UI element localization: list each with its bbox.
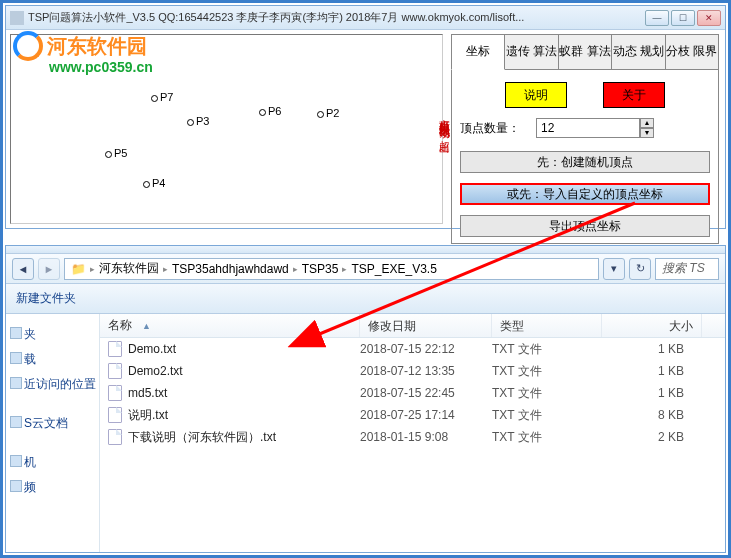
point-p7[interactable]: P7 bbox=[151, 91, 173, 103]
file-date: 2018-07-12 13:35 bbox=[360, 364, 492, 378]
vertex-count-input[interactable] bbox=[536, 118, 640, 138]
create-random-vertices-button[interactable]: 先：创建随机顶点 bbox=[460, 151, 710, 173]
hint-vertical-text: 点坐标可以用鼠标拖动，超出 bbox=[436, 110, 452, 134]
refresh-button[interactable]: ↻ bbox=[629, 258, 651, 280]
text-file-icon bbox=[108, 341, 122, 357]
folder-icon: 📁 bbox=[71, 262, 86, 276]
import-custom-vertices-button[interactable]: 或先：导入自定义的顶点坐标 bbox=[460, 183, 710, 205]
file-explorer-window: ◄ ► 📁 ▸ 河东软件园 ▸ TSP35ahdhjawhdawd ▸ TSP3… bbox=[5, 245, 726, 553]
file-type: TXT 文件 bbox=[492, 341, 602, 358]
file-date: 2018-01-15 9:08 bbox=[360, 430, 492, 444]
point-p4[interactable]: P4 bbox=[143, 177, 165, 189]
nav-item[interactable]: S云文档 bbox=[10, 411, 95, 436]
file-date: 2018-07-25 17:14 bbox=[360, 408, 492, 422]
window-title: TSP问题算法小软件_V3.5 QQ:165442523 李庚子李丙寅(李均宇)… bbox=[28, 10, 645, 25]
tab-coords[interactable]: 坐标 bbox=[451, 34, 505, 70]
explain-button[interactable]: 说明 bbox=[505, 82, 567, 108]
file-date: 2018-07-15 22:45 bbox=[360, 386, 492, 400]
file-row[interactable]: Demo.txt2018-07-15 22:12TXT 文件1 KB bbox=[100, 338, 725, 360]
forward-button[interactable]: ► bbox=[38, 258, 60, 280]
header-size[interactable]: 大小 bbox=[602, 314, 702, 337]
crumb-2[interactable]: TSP35 bbox=[302, 262, 339, 276]
spinner-down-icon[interactable]: ▼ bbox=[640, 128, 654, 138]
text-file-icon bbox=[108, 407, 122, 423]
file-type: TXT 文件 bbox=[492, 363, 602, 380]
nav-item[interactable]: 频 bbox=[10, 475, 95, 500]
nav-item[interactable]: 夹 bbox=[10, 322, 95, 347]
breadcrumb[interactable]: 📁 ▸ 河东软件园 ▸ TSP35ahdhjawhdawd ▸ TSP35 ▸ … bbox=[64, 258, 599, 280]
back-button[interactable]: ◄ bbox=[12, 258, 34, 280]
navigation-pane[interactable]: 夹 载 近访问的位置 S云文档 机 频 bbox=[6, 314, 100, 552]
maximize-button[interactable]: ☐ bbox=[671, 10, 695, 26]
file-date: 2018-07-15 22:12 bbox=[360, 342, 492, 356]
tab-bb[interactable]: 分枝 限界 bbox=[666, 34, 719, 70]
new-folder-button[interactable]: 新建文件夹 bbox=[16, 290, 76, 307]
text-file-icon bbox=[108, 363, 122, 379]
search-input[interactable]: 搜索 TS bbox=[655, 258, 719, 280]
nav-item[interactable]: 近访问的位置 bbox=[10, 372, 95, 397]
explorer-navbar: ◄ ► 📁 ▸ 河东软件园 ▸ TSP35ahdhjawhdawd ▸ TSP3… bbox=[6, 254, 725, 284]
text-file-icon bbox=[108, 385, 122, 401]
explorer-toolbar: 新建文件夹 bbox=[6, 284, 725, 314]
vertex-count-label: 顶点数量： bbox=[460, 120, 526, 137]
sort-asc-icon[interactable]: ▲ bbox=[142, 321, 151, 331]
minimize-button[interactable]: — bbox=[645, 10, 669, 26]
export-vertices-button[interactable]: 导出顶点坐标 bbox=[460, 215, 710, 237]
file-row[interactable]: 说明.txt2018-07-25 17:14TXT 文件8 KB bbox=[100, 404, 725, 426]
file-row[interactable]: Demo2.txt2018-07-12 13:35TXT 文件1 KB bbox=[100, 360, 725, 382]
file-name: 下载说明（河东软件园）.txt bbox=[128, 429, 276, 446]
crumb-3[interactable]: TSP_EXE_V3.5 bbox=[351, 262, 436, 276]
header-date[interactable]: 修改日期 bbox=[360, 314, 492, 337]
close-button[interactable]: ✕ bbox=[697, 10, 721, 26]
file-size: 1 KB bbox=[602, 364, 702, 378]
about-button[interactable]: 关于 bbox=[603, 82, 665, 108]
point-p2[interactable]: P2 bbox=[317, 107, 339, 119]
file-name: Demo.txt bbox=[128, 342, 176, 356]
tsp-app-window: TSP问题算法小软件_V3.5 QQ:165442523 李庚子李丙寅(李均宇)… bbox=[5, 5, 726, 229]
file-name: Demo2.txt bbox=[128, 364, 183, 378]
side-panel: 坐标 遗传 算法 蚁群 算法 动态 规划 分枝 限界 点坐标可以用鼠标拖动，超出… bbox=[447, 30, 725, 228]
file-row[interactable]: 下载说明（河东软件园）.txt2018-01-15 9:08TXT 文件2 KB bbox=[100, 426, 725, 448]
crumb-1[interactable]: TSP35ahdhjawhdawd bbox=[172, 262, 289, 276]
text-file-icon bbox=[108, 429, 122, 445]
file-name: md5.txt bbox=[128, 386, 167, 400]
nav-item[interactable]: 载 bbox=[10, 347, 95, 372]
file-size: 2 KB bbox=[602, 430, 702, 444]
tab-bar: 坐标 遗传 算法 蚁群 算法 动态 规划 分枝 限界 bbox=[451, 34, 719, 70]
file-name: 说明.txt bbox=[128, 407, 168, 424]
file-list-pane: 名称▲ 修改日期 类型 大小 Demo.txt2018-07-15 22:12T… bbox=[100, 314, 725, 552]
tab-aco[interactable]: 蚁群 算法 bbox=[559, 34, 612, 70]
file-size: 8 KB bbox=[602, 408, 702, 422]
file-size: 1 KB bbox=[602, 386, 702, 400]
nav-item[interactable]: 机 bbox=[10, 450, 95, 475]
file-row[interactable]: md5.txt2018-07-15 22:45TXT 文件1 KB bbox=[100, 382, 725, 404]
tab-dp[interactable]: 动态 规划 bbox=[612, 34, 665, 70]
point-p6[interactable]: P6 bbox=[259, 105, 281, 117]
file-type: TXT 文件 bbox=[492, 407, 602, 424]
app-icon bbox=[10, 11, 24, 25]
point-p3[interactable]: P3 bbox=[187, 115, 209, 127]
file-list[interactable]: Demo.txt2018-07-15 22:12TXT 文件1 KBDemo2.… bbox=[100, 338, 725, 552]
file-type: TXT 文件 bbox=[492, 429, 602, 446]
crumb-0[interactable]: 河东软件园 bbox=[99, 260, 159, 277]
column-headers[interactable]: 名称▲ 修改日期 类型 大小 bbox=[100, 314, 725, 338]
point-canvas[interactable]: P7 P6 P3 P2 P5 P4 bbox=[10, 34, 443, 224]
header-name[interactable]: 名称 bbox=[108, 317, 132, 334]
point-p5[interactable]: P5 bbox=[105, 147, 127, 159]
titlebar[interactable]: TSP问题算法小软件_V3.5 QQ:165442523 李庚子李丙寅(李均宇)… bbox=[6, 6, 725, 30]
spinner-up-icon[interactable]: ▲ bbox=[640, 118, 654, 128]
file-type: TXT 文件 bbox=[492, 385, 602, 402]
header-type[interactable]: 类型 bbox=[492, 314, 602, 337]
vertex-count-spinner[interactable]: ▲ ▼ bbox=[536, 118, 654, 138]
breadcrumb-dropdown[interactable]: ▾ bbox=[603, 258, 625, 280]
file-size: 1 KB bbox=[602, 342, 702, 356]
tab-ga[interactable]: 遗传 算法 bbox=[505, 34, 558, 70]
